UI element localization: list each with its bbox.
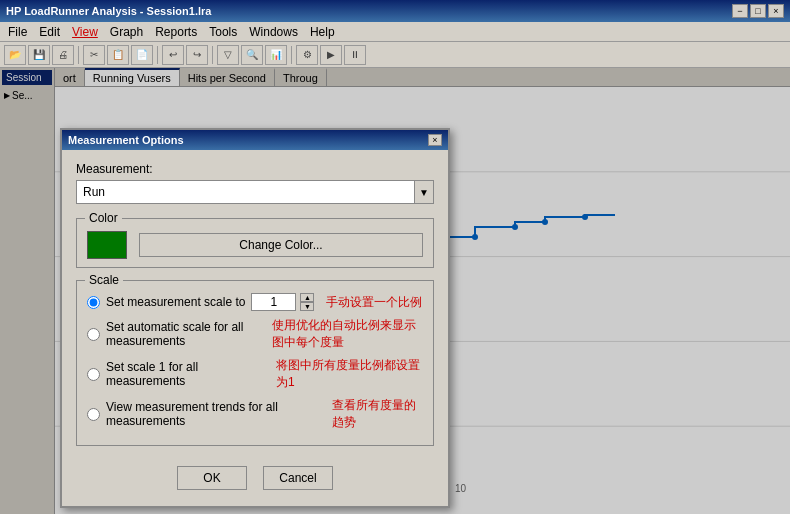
close-button[interactable]: × (768, 4, 784, 18)
tb-redo[interactable]: ↪ (186, 45, 208, 65)
tb-cut[interactable]: ✂ (83, 45, 105, 65)
ok-button[interactable]: OK (177, 466, 247, 490)
tb-run[interactable]: ▶ (320, 45, 342, 65)
annotation-1: 手动设置一个比例 (326, 294, 422, 311)
tb-sep2 (157, 46, 158, 64)
tb-sep4 (291, 46, 292, 64)
maximize-button[interactable]: □ (750, 4, 766, 18)
scale-radio-1[interactable] (87, 296, 100, 309)
dialog-close-button[interactable]: × (428, 134, 442, 146)
menu-windows[interactable]: Windows (243, 23, 304, 41)
main-area: Session ▶ Se... ort Running Vusers Hits … (0, 68, 790, 514)
annotation-2: 使用优化的自动比例来显示图中每个度量 (272, 317, 423, 351)
scale-spin-up[interactable]: ▲ (300, 293, 314, 302)
tb-print[interactable]: 🖨 (52, 45, 74, 65)
annotation-3: 将图中所有度量比例都设置为1 (276, 357, 423, 391)
tb-pause[interactable]: ⏸ (344, 45, 366, 65)
measurement-dropdown-wrapper: Run ▼ (76, 180, 434, 204)
measurement-options-dialog: Measurement Options × Measurement: Run ▼… (60, 128, 450, 508)
tb-sep3 (212, 46, 213, 64)
scale-radio-3[interactable] (87, 368, 100, 381)
scale-radio-label-2: Set automatic scale for all measurements (106, 320, 260, 348)
scale-radio-label-4: View measurement trends for all measurem… (106, 400, 320, 428)
scale-radio-label-3: Set scale 1 for all measurements (106, 360, 264, 388)
scale-radio-label-1: Set measurement scale to (106, 295, 245, 309)
tb-sep1 (78, 46, 79, 64)
tb-zoom[interactable]: 🔍 (241, 45, 263, 65)
measurement-label: Measurement: (76, 162, 434, 176)
scale-group: Scale Set measurement scale to ▲ ▼ 手动设置一… (76, 280, 434, 446)
scale-radio-row-1: Set measurement scale to ▲ ▼ 手动设置一个比例 (87, 293, 423, 311)
minimize-button[interactable]: − (732, 4, 748, 18)
menu-bar: File Edit View Graph Reports Tools Windo… (0, 22, 790, 42)
tb-paste[interactable]: 📄 (131, 45, 153, 65)
dialog-title-bar: Measurement Options × (62, 130, 448, 150)
scale-radio-4[interactable] (87, 408, 100, 421)
scale-input-wrapper: ▲ ▼ (251, 293, 314, 311)
dialog-body: Measurement: Run ▼ Color Change Color...… (62, 150, 448, 506)
window-controls: − □ × (732, 4, 784, 18)
cancel-button[interactable]: Cancel (263, 466, 333, 490)
toolbar: 📂 💾 🖨 ✂ 📋 📄 ↩ ↪ ▽ 🔍 📊 ⚙ ▶ ⏸ (0, 42, 790, 68)
scale-group-label: Scale (85, 273, 123, 287)
color-group: Color Change Color... (76, 218, 434, 268)
color-swatch (87, 231, 127, 259)
tb-save[interactable]: 💾 (28, 45, 50, 65)
menu-graph[interactable]: Graph (104, 23, 149, 41)
scale-radio-row-4: View measurement trends for all measurem… (87, 397, 423, 431)
scale-radio-row-3: Set scale 1 for all measurements 将图中所有度量… (87, 357, 423, 391)
scale-value-input[interactable] (251, 293, 296, 311)
change-color-button[interactable]: Change Color... (139, 233, 423, 257)
title-bar: HP LoadRunner Analysis - Session1.lra − … (0, 0, 790, 22)
tb-settings[interactable]: ⚙ (296, 45, 318, 65)
scale-radio-2[interactable] (87, 328, 100, 341)
menu-reports[interactable]: Reports (149, 23, 203, 41)
tb-undo[interactable]: ↩ (162, 45, 184, 65)
scale-radio-row-2: Set automatic scale for all measurements… (87, 317, 423, 351)
app-title: HP LoadRunner Analysis - Session1.lra (6, 5, 211, 17)
color-row: Change Color... (87, 231, 423, 259)
tb-copy[interactable]: 📋 (107, 45, 129, 65)
measurement-dropdown[interactable]: Run (76, 180, 434, 204)
tb-chart[interactable]: 📊 (265, 45, 287, 65)
dialog-buttons: OK Cancel (76, 460, 434, 494)
menu-file[interactable]: File (2, 23, 33, 41)
menu-help[interactable]: Help (304, 23, 341, 41)
tb-open[interactable]: 📂 (4, 45, 26, 65)
scale-spin-down[interactable]: ▼ (300, 302, 314, 311)
tb-filter[interactable]: ▽ (217, 45, 239, 65)
menu-view[interactable]: View (66, 23, 104, 41)
annotation-4: 查看所有度量的趋势 (332, 397, 423, 431)
dialog-title: Measurement Options (68, 134, 184, 146)
scale-spin-buttons: ▲ ▼ (300, 293, 314, 311)
color-group-label: Color (85, 211, 122, 225)
menu-tools[interactable]: Tools (203, 23, 243, 41)
menu-edit[interactable]: Edit (33, 23, 66, 41)
